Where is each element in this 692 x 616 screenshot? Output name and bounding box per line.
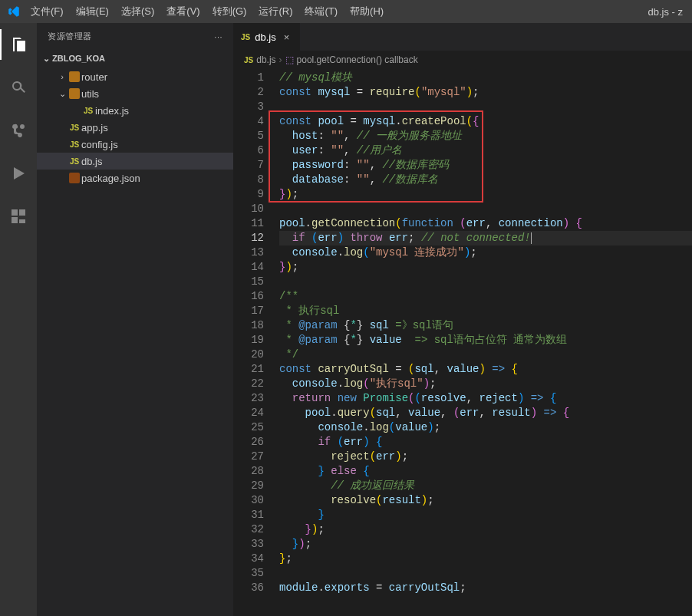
tree-item-label: router [81,71,107,83]
editor-tabs: JS db.js × [233,23,692,51]
sidebar-more-icon[interactable]: ··· [214,32,222,41]
breadcrumb-symbol: pool.getConnection() callback [297,54,418,65]
file-db.js[interactable]: ·JSdb.js [37,153,233,170]
tree-item-label: utils [81,88,99,100]
breadcrumb[interactable]: JS db.js › ⬚ pool.getConnection() callba… [233,51,692,69]
breadcrumb-file: db.js [256,54,275,65]
extensions-icon[interactable] [0,201,37,232]
close-icon[interactable]: × [281,31,293,43]
folder-router[interactable]: ›router [37,68,233,85]
js-file-icon: JS [68,157,81,166]
js-file-icon: JS [81,107,95,115]
tree-item-label: index.js [95,105,129,117]
folder-utils[interactable]: ⌄utils [37,85,233,102]
folder-icon [68,88,81,99]
line-numbers: 1234567891011121314151617181920212223242… [233,69,273,616]
menu-item[interactable]: 转到(G) [206,5,253,17]
menu-item[interactable]: 终端(T) [298,5,344,17]
tab-db-js[interactable]: JS db.js × [233,23,301,51]
tree-item-label: package.json [81,173,140,184]
project-name: ZBLOG_KOA [52,54,105,63]
run-debug-icon[interactable] [0,158,37,189]
file-app.js[interactable]: ·JSapp.js [37,119,233,136]
code-area[interactable]: // mysql模块const mysql = require("mysql")… [273,69,692,616]
menu-item[interactable]: 运行(R) [252,5,298,17]
search-icon[interactable] [0,72,37,103]
menu-item[interactable]: 查看(V) [160,5,206,17]
sidebar-title: 资源管理器 [48,31,92,42]
js-file-icon: JS [241,33,250,41]
package-icon [68,173,81,183]
sidebar-section-header[interactable]: ⌄ ZBLOG_KOA [37,50,233,67]
js-file-icon: JS [68,140,81,149]
sidebar: 资源管理器 ··· ⌄ ZBLOG_KOA ›router⌄utils·JSin… [37,23,233,616]
breadcrumb-separator-icon: › [279,54,282,65]
menu-item[interactable]: 编辑(E) [70,5,115,17]
menu-item[interactable]: 文件(F) [25,5,70,17]
file-index.js[interactable]: ·JSindex.js [37,102,233,119]
chevron-down-icon: ⌄ [40,54,52,64]
tab-label: db.js [255,31,275,43]
vscode-logo-icon [3,5,25,18]
file-config.js[interactable]: ·JSconfig.js [37,136,233,153]
file-tree: ›router⌄utils·JSindex.js·JSapp.js·JSconf… [37,67,233,186]
menu-item[interactable]: 帮助(H) [344,5,390,17]
window-title: db.js - z [641,6,689,18]
explorer-icon[interactable] [0,29,37,60]
tree-item-label: config.js [81,139,118,150]
code-editor[interactable]: 1234567891011121314151617181920212223242… [233,69,692,616]
tree-item-label: app.js [81,122,108,133]
symbol-icon: ⬚ [285,54,294,65]
js-file-icon: JS [244,56,253,64]
activity-bar [0,23,37,616]
menu-bar: 文件(F)编辑(E)选择(S)查看(V)转到(G)运行(R)终端(T)帮助(H)… [0,0,692,23]
tree-item-label: db.js [81,156,102,167]
menu-item[interactable]: 选择(S) [115,5,160,17]
source-control-icon[interactable] [0,115,37,146]
folder-icon [68,71,81,82]
editor: JS db.js × JS db.js › ⬚ pool.getConnecti… [233,23,692,616]
file-package.json[interactable]: ·package.json [37,170,233,186]
js-file-icon: JS [68,124,81,132]
